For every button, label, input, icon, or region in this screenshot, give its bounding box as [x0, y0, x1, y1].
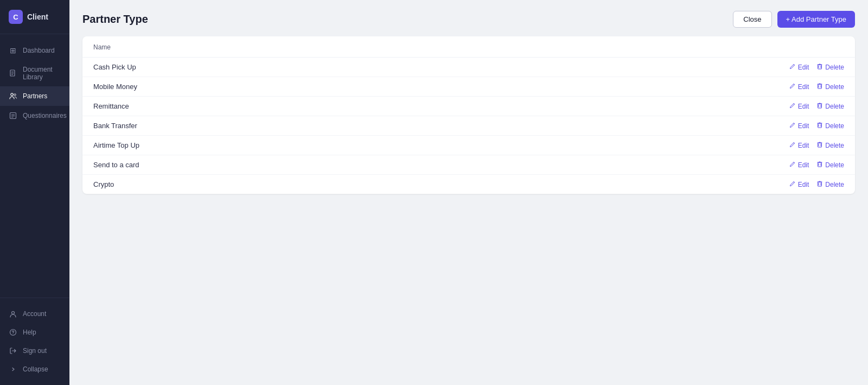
sign-out-icon: [9, 346, 17, 355]
help-label: Help: [23, 329, 36, 336]
table-row: Bank Transfer Edit Delete: [82, 116, 855, 136]
dashboard-icon: ⊞: [9, 46, 17, 55]
delete-icon: [816, 102, 823, 110]
document-icon: [9, 69, 17, 78]
logo-icon: C: [9, 10, 23, 24]
edit-icon: [789, 63, 796, 71]
table-row: Cash Pick Up Edit Delete: [82, 58, 855, 77]
edit-button[interactable]: Edit: [789, 180, 809, 188]
delete-button[interactable]: Delete: [816, 180, 844, 188]
sign-out-label: Sign out: [23, 347, 47, 355]
data-table: Name Cash Pick Up Edit DeleteMobile Mone…: [82, 36, 855, 194]
svg-point-10: [12, 312, 15, 314]
row-name: Remittance: [93, 102, 129, 110]
collapse-label: Collapse: [23, 365, 48, 373]
delete-button[interactable]: Delete: [816, 141, 844, 149]
row-actions: Edit Delete: [789, 83, 844, 91]
sidebar-bottom: Account Help Sign out: [0, 298, 69, 385]
help-icon: [9, 328, 17, 337]
row-name: Crypto: [93, 180, 114, 188]
sidebar-item-label: Partners: [23, 92, 47, 100]
account-icon: [9, 310, 17, 318]
edit-icon: [789, 141, 796, 149]
delete-button[interactable]: Delete: [816, 161, 844, 169]
add-partner-type-button[interactable]: + Add Partner Type: [777, 11, 855, 28]
account-item[interactable]: Account: [0, 305, 69, 323]
row-actions: Edit Delete: [789, 180, 844, 188]
content-area: Name Cash Pick Up Edit DeleteMobile Mone…: [69, 36, 868, 385]
logo-text: Client: [27, 12, 48, 21]
collapse-icon: [9, 365, 17, 374]
header-actions: Close + Add Partner Type: [733, 11, 855, 28]
delete-button[interactable]: Delete: [816, 122, 844, 130]
sidebar-item-partners[interactable]: Partners: [0, 86, 69, 106]
sidebar-item-dashboard[interactable]: ⊞ Dashboard: [0, 41, 69, 60]
svg-point-12: [12, 333, 13, 334]
row-actions: Edit Delete: [789, 161, 844, 169]
edit-button[interactable]: Edit: [789, 83, 809, 91]
sidebar-item-document-library[interactable]: Document Library: [0, 60, 69, 86]
delete-icon: [816, 141, 823, 149]
table-row: Mobile Money Edit Delete: [82, 77, 855, 97]
table-row: Send to a card Edit Delete: [82, 155, 855, 175]
sidebar-item-label: Questionnaires: [23, 112, 67, 119]
sidebar-logo: C Client: [0, 0, 69, 34]
name-column-header: Name: [93, 43, 111, 51]
close-button[interactable]: Close: [733, 11, 771, 28]
delete-icon: [816, 180, 823, 188]
sidebar-item-label: Dashboard: [23, 47, 55, 54]
delete-icon: [816, 63, 823, 71]
page-title: Partner Type: [82, 13, 148, 26]
questionnaires-icon: [9, 111, 17, 120]
table-row: Remittance Edit Delete: [82, 97, 855, 116]
row-name: Bank Transfer: [93, 122, 137, 130]
delete-button[interactable]: Delete: [816, 83, 844, 91]
row-actions: Edit Delete: [789, 122, 844, 130]
delete-icon: [816, 161, 823, 169]
edit-button[interactable]: Edit: [789, 161, 809, 169]
delete-icon: [816, 122, 823, 130]
edit-icon: [789, 161, 796, 169]
delete-button[interactable]: Delete: [816, 102, 844, 110]
account-label: Account: [23, 310, 46, 318]
row-actions: Edit Delete: [789, 63, 844, 71]
edit-icon: [789, 102, 796, 110]
svg-point-4: [11, 93, 13, 96]
delete-button[interactable]: Delete: [816, 63, 844, 71]
sidebar-nav: ⊞ Dashboard Document Library: [0, 34, 69, 298]
sidebar: C Client ⊞ Dashboard Document Library: [0, 0, 69, 385]
sign-out-item[interactable]: Sign out: [0, 342, 69, 360]
edit-button[interactable]: Edit: [789, 63, 809, 71]
edit-icon: [789, 122, 796, 130]
row-actions: Edit Delete: [789, 102, 844, 110]
edit-button[interactable]: Edit: [789, 102, 809, 110]
sidebar-item-label: Document Library: [23, 66, 61, 81]
delete-icon: [816, 83, 823, 91]
row-actions: Edit Delete: [789, 141, 844, 149]
table-body: Cash Pick Up Edit DeleteMobile Money Edi…: [82, 58, 855, 194]
help-item[interactable]: Help: [0, 323, 69, 342]
page-header: Partner Type Close + Add Partner Type: [69, 0, 868, 36]
row-name: Mobile Money: [93, 83, 137, 91]
edit-icon: [789, 180, 796, 188]
edit-button[interactable]: Edit: [789, 122, 809, 130]
edit-icon: [789, 83, 796, 91]
collapse-item[interactable]: Collapse: [0, 360, 69, 378]
row-name: Airtime Top Up: [93, 141, 139, 149]
sidebar-item-questionnaires[interactable]: Questionnaires: [0, 106, 69, 125]
edit-button[interactable]: Edit: [789, 141, 809, 149]
main-content: Partner Type Close + Add Partner Type Na…: [69, 0, 868, 385]
svg-point-5: [14, 94, 16, 96]
row-name: Send to a card: [93, 161, 139, 169]
table-row: Airtime Top Up Edit Delete: [82, 136, 855, 155]
partners-icon: [9, 92, 17, 100]
table-header: Name: [82, 36, 855, 58]
table-row: Crypto Edit Delete: [82, 175, 855, 194]
row-name: Cash Pick Up: [93, 63, 136, 71]
